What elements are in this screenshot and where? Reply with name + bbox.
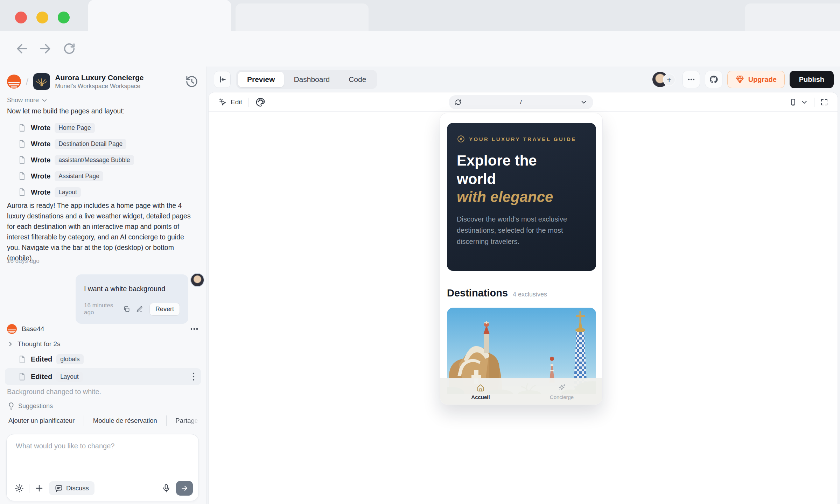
- composer-toolbar: Discuss: [14, 481, 193, 496]
- edited-row-highlighted[interactable]: Edited Layout: [5, 368, 201, 385]
- app-icon[interactable]: [33, 73, 50, 90]
- file-chip[interactable]: Destination Detail Page: [55, 139, 126, 149]
- forward-icon[interactable]: [38, 42, 52, 56]
- chevron-down-icon: [41, 97, 48, 104]
- chat-sidebar: / Aurora Luxury Concierge Muriel's Works…: [0, 66, 207, 504]
- file-chip[interactable]: assistant/Message Bubble: [55, 155, 134, 165]
- edited-chip[interactable]: Layout: [56, 372, 83, 382]
- wrote-label: Wrote: [31, 156, 50, 164]
- browser-tab-active[interactable]: [88, 0, 231, 31]
- nav-item-concierge[interactable]: Concierge: [521, 378, 602, 405]
- wrote-row[interactable]: Wrote Destination Detail Page: [7, 136, 199, 152]
- gear-icon[interactable]: [14, 483, 24, 493]
- microphone-icon[interactable]: [161, 483, 171, 493]
- wrote-row[interactable]: Wrote Layout: [7, 184, 199, 200]
- message-menu-icon[interactable]: [190, 324, 199, 334]
- file-icon: [18, 172, 27, 181]
- copy-icon[interactable]: [123, 304, 130, 314]
- chip-divider: [166, 415, 167, 426]
- wrote-row[interactable]: Wrote assistant/Message Bubble: [7, 152, 199, 168]
- suggestion-chip[interactable]: Partage social: [174, 417, 199, 425]
- suggestions-label: Suggestions: [18, 402, 53, 410]
- theme-button[interactable]: [255, 97, 266, 107]
- edit-pencil-icon[interactable]: [136, 304, 143, 314]
- publish-button[interactable]: Publish: [790, 71, 834, 88]
- file-chip[interactable]: Home Page: [55, 123, 94, 133]
- plus-icon[interactable]: [34, 483, 44, 493]
- lightbulb-icon: [7, 402, 15, 410]
- wrote-row[interactable]: Wrote Home Page: [7, 120, 199, 136]
- edit-tools: Edit: [218, 92, 266, 112]
- revert-button[interactable]: Revert: [149, 303, 180, 316]
- palette-icon: [255, 97, 266, 107]
- chevron-down-icon[interactable]: [580, 98, 588, 106]
- arrow-right-icon: [180, 484, 189, 492]
- github-icon: [709, 75, 718, 84]
- tab-dashboard[interactable]: Dashboard: [285, 72, 339, 87]
- file-icon: [18, 155, 27, 164]
- nav-label: Concierge: [550, 394, 574, 400]
- file-chip[interactable]: Assistant Page: [55, 171, 103, 181]
- thought-toggle[interactable]: Thought for 2s: [7, 340, 199, 348]
- nav-item-accueil[interactable]: Accueil: [440, 378, 521, 405]
- suggestions-header: Suggestions: [7, 402, 199, 410]
- collapse-sidebar-button[interactable]: [214, 71, 231, 88]
- builder-main: Preview Dashboard Code + Upgrade: [207, 66, 840, 504]
- base44-logo-icon: [7, 324, 17, 334]
- row-menu-icon[interactable]: [190, 372, 197, 381]
- send-button[interactable]: [176, 481, 193, 496]
- base44-logo-icon[interactable]: [7, 75, 21, 89]
- edited-label: Edited: [31, 355, 52, 363]
- browser-tab-3[interactable]: [745, 4, 840, 31]
- add-collaborator-button[interactable]: +: [663, 74, 676, 86]
- thought-label: Thought for 2s: [18, 340, 61, 348]
- wrote-label: Wrote: [31, 172, 50, 180]
- close-window-button[interactable]: [15, 12, 27, 23]
- reload-icon[interactable]: [62, 42, 76, 56]
- user-message-timestamp: 16 minutes ago: [84, 302, 117, 316]
- hero-badge-text: YOUR LUXURY TRAVEL GUIDE: [469, 136, 576, 142]
- back-icon[interactable]: [15, 42, 29, 56]
- edited-chip[interactable]: globals: [56, 354, 83, 364]
- browser-chrome: [0, 0, 840, 66]
- suggestion-chip[interactable]: Module de réservation: [92, 417, 159, 425]
- discuss-label: Discuss: [66, 484, 89, 492]
- minimize-window-button[interactable]: [36, 12, 48, 23]
- file-chip[interactable]: Layout: [55, 187, 81, 197]
- assistant-summary-text: Aurora is ready! The app includes a home…: [7, 200, 199, 263]
- device-toggle-button[interactable]: [789, 98, 808, 106]
- tab-code[interactable]: Code: [340, 72, 375, 87]
- fullscreen-button[interactable]: [820, 98, 828, 106]
- upgrade-button[interactable]: Upgrade: [727, 71, 785, 88]
- refresh-icon[interactable]: [454, 98, 462, 106]
- more-options-button[interactable]: [682, 71, 700, 88]
- window-controls: [15, 12, 70, 23]
- preview-path-bar[interactable]: /: [449, 95, 593, 109]
- view-switcher: Preview Dashboard Code: [236, 70, 377, 89]
- browser-tab-2[interactable]: [236, 4, 369, 31]
- file-icon: [18, 139, 27, 148]
- suggestion-chip[interactable]: Ajouter un planificateur: [7, 417, 76, 425]
- chip-divider: [84, 415, 84, 426]
- file-icon: [18, 355, 27, 364]
- edited-row[interactable]: Edited globals: [7, 354, 199, 364]
- edit-button[interactable]: Edit: [218, 98, 242, 107]
- history-icon[interactable]: [185, 75, 199, 89]
- app-window: / Aurora Luxury Concierge Muriel's Works…: [0, 66, 840, 504]
- hero-title: Explore the world: [457, 152, 572, 188]
- preview-display-controls: [789, 92, 828, 112]
- github-button[interactable]: [705, 71, 722, 88]
- ellipsis-icon: [687, 75, 696, 84]
- breadcrumb-separator: /: [26, 76, 28, 87]
- maximize-window-button[interactable]: [58, 12, 70, 23]
- preview-path: /: [462, 98, 580, 106]
- wrote-row[interactable]: Wrote Assistant Page: [7, 168, 199, 184]
- assistant-timestamp: 16 days ago: [7, 258, 199, 265]
- tab-preview[interactable]: Preview: [238, 72, 284, 87]
- file-icon: [18, 372, 27, 381]
- select-cursor-icon: [218, 98, 227, 107]
- composer-input[interactable]: [16, 442, 187, 474]
- discuss-button[interactable]: Discuss: [49, 481, 94, 495]
- show-more-toggle[interactable]: Show more: [7, 97, 199, 104]
- browser-tab-strip: [0, 0, 840, 31]
